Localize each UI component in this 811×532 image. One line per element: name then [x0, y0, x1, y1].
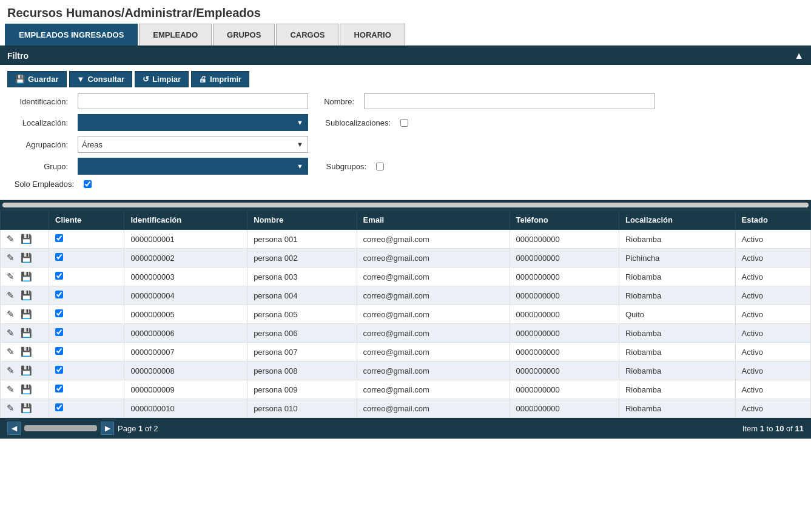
cliente-checkbox[interactable]	[55, 366, 63, 374]
col-identificacion: Identificación	[124, 210, 247, 230]
edit-icon[interactable]: ✎	[7, 346, 15, 357]
form-row-1: Identificación: Nombre:	[7, 93, 804, 109]
cell-estado: Activo	[735, 362, 811, 380]
filter-bar: Filtro ▲	[0, 47, 811, 65]
limpiar-button[interactable]: ↺ Limpiar	[135, 71, 189, 87]
cell-estado: Activo	[735, 343, 811, 362]
cell-identificacion: 0000000007	[124, 343, 247, 362]
tabs-bar: EMPLEADOS INGRESADOS EMPLEADO GRUPOS CAR…	[0, 24, 811, 47]
guardar-button[interactable]: 💾 Guardar	[7, 71, 67, 87]
consultar-button[interactable]: ▼ Consultar	[69, 71, 133, 87]
cell-identificacion: 0000000004	[124, 286, 247, 305]
cell-estado: Activo	[735, 324, 811, 343]
agrupacion-label: Agrupación:	[7, 140, 68, 149]
save-row-icon[interactable]: 💾	[21, 252, 32, 263]
cell-identificacion: 0000000009	[124, 380, 247, 399]
save-row-icon[interactable]: 💾	[21, 234, 32, 244]
cliente-checkbox[interactable]	[55, 234, 63, 242]
table-row: ✎ 💾 0000000008 persona 008 correo@gmail.…	[1, 362, 811, 380]
edit-icon[interactable]: ✎	[7, 309, 15, 319]
nombre-input[interactable]	[364, 93, 655, 109]
save-row-icon[interactable]: 💾	[21, 328, 32, 338]
imprimir-button[interactable]: 🖨 Imprimir	[191, 71, 249, 87]
cell-estado: Activo	[735, 230, 811, 249]
save-row-icon[interactable]: 💾	[21, 403, 32, 413]
cell-email: correo@gmail.com	[357, 249, 510, 268]
cell-estado: Activo	[735, 305, 811, 324]
next-page-button[interactable]: ▶	[101, 422, 114, 435]
grupo-select-wrapper	[78, 158, 308, 175]
agrupacion-select[interactable]: Áreas	[78, 136, 308, 153]
edit-icon[interactable]: ✎	[7, 365, 15, 375]
cell-nombre: persona 001	[247, 230, 357, 249]
localizacion-select-wrapper	[78, 114, 308, 131]
cell-nombre: persona 008	[247, 362, 357, 380]
cliente-checkbox[interactable]	[55, 385, 63, 392]
cell-nombre: persona 006	[247, 324, 357, 343]
cell-nombre: persona 007	[247, 343, 357, 362]
localizacion-label: Localización:	[7, 118, 68, 127]
edit-icon[interactable]: ✎	[7, 290, 15, 300]
tab-empleado[interactable]: EMPLEADO	[139, 24, 212, 45]
save-row-icon[interactable]: 💾	[21, 309, 32, 319]
tab-empleados-ingresados[interactable]: EMPLEADOS INGRESADOS	[5, 24, 138, 45]
cliente-checkbox[interactable]	[55, 403, 63, 411]
cliente-checkbox[interactable]	[55, 328, 63, 336]
save-row-icon[interactable]: 💾	[21, 346, 32, 357]
imprimir-label: Imprimir	[210, 75, 241, 84]
save-row-icon[interactable]: 💾	[21, 271, 32, 281]
edit-icon[interactable]: ✎	[7, 234, 15, 244]
solo-empleados-checkbox[interactable]	[84, 180, 92, 188]
cell-telefono: 0000000000	[510, 268, 619, 286]
cell-telefono: 0000000000	[510, 343, 619, 362]
edit-icon[interactable]: ✎	[7, 271, 15, 281]
prev-page-button[interactable]: ◀	[7, 422, 21, 435]
cell-localizacion: Riobamba	[619, 286, 735, 305]
cell-nombre: persona 004	[247, 286, 357, 305]
cell-estado: Activo	[735, 399, 811, 418]
grupo-select[interactable]	[78, 158, 308, 175]
cell-identificacion: 0000000001	[124, 230, 247, 249]
cliente-checkbox[interactable]	[55, 291, 63, 298]
collapse-button[interactable]: ▲	[794, 50, 804, 61]
edit-icon[interactable]: ✎	[7, 384, 15, 394]
scroll-track	[2, 203, 809, 207]
sublocalizaciones-label: Sublocalizaciones:	[318, 118, 391, 127]
page-slider[interactable]	[24, 425, 97, 431]
subgrupos-checkbox[interactable]	[376, 163, 384, 170]
edit-icon[interactable]: ✎	[7, 252, 15, 263]
cell-identificacion: 0000000006	[124, 324, 247, 343]
cell-estado: Activo	[735, 268, 811, 286]
table-row: ✎ 💾 0000000010 persona 010 correo@gmail.…	[1, 399, 811, 418]
save-row-icon[interactable]: 💾	[21, 384, 32, 394]
table-header-row: Cliente Identificación Nombre Email Telé…	[1, 210, 811, 230]
edit-icon[interactable]: ✎	[7, 328, 15, 338]
cell-nombre: persona 010	[247, 399, 357, 418]
cliente-checkbox[interactable]	[55, 272, 63, 280]
cell-estado: Activo	[735, 249, 811, 268]
identificacion-input[interactable]	[78, 93, 308, 109]
sublocalizaciones-checkbox[interactable]	[400, 119, 408, 127]
cliente-checkbox[interactable]	[55, 309, 63, 317]
cell-telefono: 0000000000	[510, 286, 619, 305]
localizacion-select[interactable]	[78, 114, 308, 131]
tab-grupos[interactable]: GRUPOS	[213, 24, 275, 45]
cliente-checkbox[interactable]	[55, 253, 63, 261]
tab-horario[interactable]: HORARIO	[340, 24, 405, 45]
save-row-icon[interactable]: 💾	[21, 365, 32, 375]
tab-cargos[interactable]: CARGOS	[276, 24, 338, 45]
cell-email: correo@gmail.com	[357, 286, 510, 305]
cell-localizacion: Riobamba	[619, 380, 735, 399]
filter-icon: ▼	[77, 75, 85, 84]
cell-telefono: 0000000000	[510, 305, 619, 324]
employees-table: Cliente Identificación Nombre Email Telé…	[0, 210, 811, 418]
cell-email: correo@gmail.com	[357, 399, 510, 418]
horizontal-scrollbar[interactable]	[0, 200, 811, 210]
cliente-checkbox[interactable]	[55, 347, 63, 355]
save-row-icon[interactable]: 💾	[21, 290, 32, 300]
edit-icon[interactable]: ✎	[7, 403, 15, 413]
solo-empleados-label: Solo Empleados:	[7, 180, 74, 189]
cell-telefono: 0000000000	[510, 230, 619, 249]
cell-estado: Activo	[735, 286, 811, 305]
cell-email: correo@gmail.com	[357, 343, 510, 362]
